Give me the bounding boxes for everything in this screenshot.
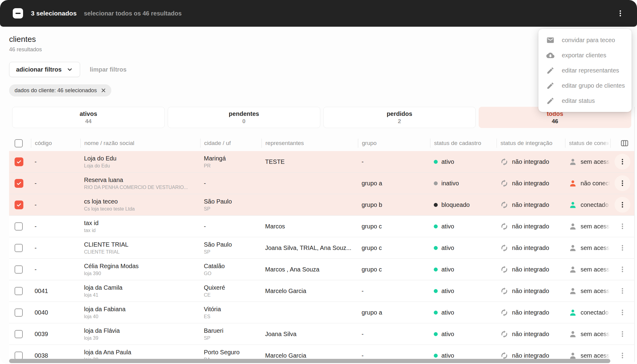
row-checkbox[interactable] [15,244,23,252]
table-row[interactable]: -Loja do EduLoja do EduMaringáPRTESTE-at… [9,151,634,173]
check-icon [16,159,22,165]
select-all-results-link[interactable]: selecionar todos os 46 resultados [84,10,182,17]
tab-label: ativos [79,111,97,117]
cell-grupo: grupo c [358,223,430,230]
city: Quixeré [204,284,261,291]
status-conexao-label: sem acesso [581,244,610,251]
cell-grupo: - [358,158,430,165]
row-kebab-icon[interactable] [615,175,630,191]
row-checkbox[interactable] [15,157,23,166]
cell-representantes: Marcelo Garcia [261,288,358,295]
sync-icon [500,222,508,231]
cell-grupo: grupo b [358,201,430,208]
table-row[interactable]: 0040loja da Fabianaloja 40VitóriaESgrupo… [9,302,634,323]
close-icon[interactable] [100,87,106,93]
client-razao-social: Cs loja teceo teste Ltda [84,206,200,212]
client-name: tax id [84,220,200,227]
select-all-checkbox[interactable] [13,8,23,19]
status-dot [434,203,438,207]
row-checkbox[interactable] [15,287,23,295]
clear-filters-button[interactable]: limpar filtros [90,66,126,73]
status-integracao-label: não integrado [512,266,549,273]
sync-icon [500,158,508,166]
row-kebab-icon[interactable] [615,218,630,234]
horizontal-scrollbar[interactable] [9,359,610,363]
table-row[interactable]: 0041loja da Camilaloja 41QuixeréCEMarcel… [9,280,634,302]
cell-status-conexao: sem acesso [565,352,610,360]
status-cadastro-label: ativo [441,288,454,295]
status-dot [434,181,438,185]
person-icon [569,222,577,231]
city: - [204,223,261,230]
cell-status-cadastro: ativo [430,331,497,338]
tab-count: 44 [85,118,92,124]
row-checkbox[interactable] [15,308,23,317]
menu-item-convidar-para-teceo[interactable]: convidar para teceo [538,32,632,48]
cell-status-conexao: sem acesso [565,287,610,295]
row-checkbox[interactable] [15,201,23,209]
cell-representantes: Joana Silva, TRIAL, Ana Souz... [261,244,358,251]
cell-status-integracao: não integrado [497,265,565,274]
menu-item-editar-grupo-de-clientes[interactable]: editar grupo de clientes [538,78,632,93]
city: Barueri [204,327,261,334]
status-integracao-label: não integrado [512,158,549,165]
menu-item-editar-representantes[interactable]: editar representantes [538,63,632,78]
person-icon [569,287,577,295]
row-checkbox[interactable] [15,222,23,231]
results-count: 46 resultados [9,46,628,53]
table-row[interactable]: -Célia Regina Modasloja 390CatalãoGOMarc… [9,259,634,280]
table-row[interactable]: -tax idtax id-Marcosgrupo cativonão inte… [9,216,634,237]
row-kebab-icon[interactable] [615,154,630,170]
status-dot [434,268,438,271]
row-kebab-icon[interactable] [615,305,630,320]
row-kebab-icon[interactable] [615,283,630,299]
tab-ativos[interactable]: ativos44 [12,107,165,128]
menu-item-editar-status[interactable]: editar status [538,93,632,108]
status-cadastro-label: ativo [441,331,454,338]
status-conexao-label: sem acesso [581,158,610,165]
column-header-cad: status de cadastro [430,139,497,148]
row-kebab-icon[interactable] [615,348,630,363]
row-actions-cell [610,283,635,299]
cell-codigo: - [31,266,80,273]
row-kebab-icon[interactable] [615,261,630,277]
cell-status-cadastro: ativo [430,158,497,165]
cell-codigo: - [31,201,80,208]
cell-status-conexao: sem acesso [565,244,610,252]
row-kebab-icon[interactable] [615,240,630,256]
bulk-actions-kebab-icon[interactable] [616,9,624,17]
header-checkbox[interactable] [15,139,23,147]
row-checkbox[interactable] [15,330,23,338]
table-row[interactable]: -cs loja teceoCs loja teceo teste LtdaSã… [9,194,634,216]
tab-perdidos[interactable]: perdidos2 [323,107,476,128]
row-checkbox[interactable] [15,179,23,188]
table-row[interactable]: -CLIENTE TRIALCLIENTE TRIALSão PauloSPJo… [9,237,634,259]
indeterminate-minus-icon [15,13,21,14]
status-conexao-label: conectado [581,201,608,208]
row-checkbox[interactable] [15,352,23,360]
table-row[interactable]: 0039loja da Flávialoja 39BarueriSPJoana … [9,323,634,345]
row-checkbox[interactable] [15,265,23,274]
row-checkbox-cell [9,265,31,274]
view-columns-icon[interactable] [620,139,629,148]
menu-item-exportar-clientes[interactable]: exportar clientes [538,48,632,63]
row-checkbox-cell [9,179,31,188]
kebab-icon [619,158,626,165]
column-header-codigo: código [31,139,80,148]
status-conexao-label: não conectado [581,180,610,187]
cell-status-cadastro: bloqueado [430,201,497,208]
client-razao-social: loja 390 [84,271,200,276]
check-icon [16,180,22,186]
cell-status-cadastro: ativo [430,309,497,316]
row-kebab-icon[interactable] [615,197,630,213]
city: Catalão [204,263,261,270]
cell-codigo: 0041 [31,288,80,295]
add-filters-button[interactable]: adicionar filtros [9,62,80,77]
cell-cidade: - [200,180,261,187]
kebab-icon [619,287,626,295]
table-row[interactable]: -Reserva luanaRIO DA PENHA COMERCIO DE V… [9,173,634,194]
column-header-repr: representantes [261,139,358,148]
tab-pendentes[interactable]: pendentes0 [168,107,320,128]
row-kebab-icon[interactable] [615,326,630,342]
cell-status-integracao: não integrado [497,222,565,231]
